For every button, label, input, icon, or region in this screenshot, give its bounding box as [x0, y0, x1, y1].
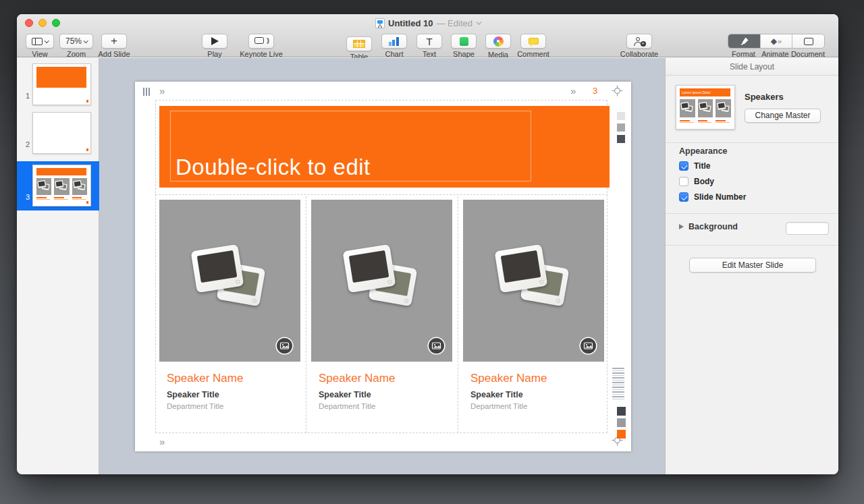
edit-master-slide-button[interactable]: Edit Master Slide: [689, 258, 816, 273]
title-banner[interactable]: Double-click to edit: [159, 106, 610, 188]
photo-slides-icon: [346, 248, 418, 314]
background-disclosure-row[interactable]: Background: [679, 222, 738, 231]
shape-button[interactable]: Shape: [444, 34, 483, 58]
disclosure-triangle-icon[interactable]: [679, 224, 684, 229]
thumb3-title-banner: [36, 168, 86, 175]
body-checkbox-row[interactable]: Body: [679, 177, 714, 186]
title-checkbox[interactable]: [679, 161, 688, 171]
drag-handle-icon[interactable]: [143, 88, 151, 96]
media-placeholder-1[interactable]: [159, 200, 300, 362]
media-placeholder-2[interactable]: [311, 200, 452, 362]
window-header: Untitled 10 — Edited View 75% Zoom + Add…: [17, 14, 838, 57]
speaker-name[interactable]: Speaker Name: [167, 372, 302, 385]
master-thumb-placeholder: [716, 99, 730, 117]
master-thumbnail[interactable]: Lorem Ipsum Dolor: [676, 85, 735, 130]
thumb1-slide-number-mark: [86, 100, 88, 103]
thumb3-placeholder-2: [54, 178, 69, 195]
text-element-mark: [612, 377, 624, 381]
title-checkbox-row[interactable]: Title: [679, 161, 710, 171]
speaker-text-block-1[interactable]: Speaker Name Speaker Title Department Ti…: [167, 372, 302, 410]
keynote-live-button[interactable]: )) Keynote Live: [234, 34, 288, 58]
play-label: Play: [191, 50, 238, 58]
document-rect-icon: [804, 38, 813, 45]
change-master-button[interactable]: Change Master: [745, 109, 821, 123]
view-label: View: [24, 50, 56, 58]
department-title[interactable]: Department Title: [470, 402, 605, 410]
tab-animate[interactable]: ◆»: [761, 34, 793, 48]
element-swatch-gray: [617, 123, 625, 132]
view-control[interactable]: View: [24, 34, 56, 58]
footer-collapse-icon[interactable]: »: [159, 437, 165, 447]
background-color-well[interactable]: [786, 222, 829, 235]
header-collapse-icon-right[interactable]: »: [570, 86, 576, 96]
speaker-title[interactable]: Speaker Title: [470, 390, 605, 399]
play-button[interactable]: Play: [191, 34, 238, 58]
plus-icon: +: [111, 35, 117, 47]
element-swatch-gray: [617, 418, 626, 427]
table-icon: [353, 40, 365, 48]
master-name: Speakers: [745, 92, 784, 102]
media-placeholder-3[interactable]: [463, 200, 604, 362]
header-collapse-icon[interactable]: »: [159, 86, 165, 96]
element-swatch-orange: [617, 430, 626, 439]
slide-number-checkbox[interactable]: [679, 192, 688, 202]
element-swatch-dark: [617, 135, 625, 143]
zoom-control[interactable]: 75% Zoom: [59, 34, 94, 58]
animate-diamond-icon: ◆: [771, 37, 777, 45]
speaker-text-block-2[interactable]: Speaker Name Speaker Title Department Ti…: [319, 372, 454, 410]
comment-button[interactable]: Comment: [512, 34, 555, 58]
table-button[interactable]: Table: [340, 34, 379, 61]
format-label: Format: [728, 50, 759, 58]
keynote-doc-icon: [375, 18, 385, 28]
insert-photo-badge-icon[interactable]: [579, 337, 597, 355]
master-thumb-text-mark: [680, 120, 690, 121]
inspector-tab-labels: Format Animate Document: [728, 50, 825, 58]
tab-document[interactable]: [792, 34, 824, 48]
speaker-title[interactable]: Speaker Title: [167, 390, 302, 399]
text-button[interactable]: T Text: [410, 34, 449, 58]
speaker-text-block-3[interactable]: Speaker Name Speaker Title Department Ti…: [470, 372, 605, 410]
master-thumb-banner: Lorem Ipsum Dolor: [680, 88, 730, 96]
master-thumb-text-mark: [716, 120, 726, 121]
slide-canvas[interactable]: » » 3 Double-click to edit: [99, 58, 665, 474]
format-brush-icon: [739, 36, 749, 47]
collaborate-button[interactable]: + Collaborate: [611, 34, 668, 58]
slide-thumbnail-2[interactable]: [32, 112, 91, 154]
view-icon: [32, 38, 43, 45]
document-title: Untitled 10: [388, 18, 433, 28]
department-title[interactable]: Department Title: [167, 402, 302, 410]
text-element-mark: [612, 368, 624, 371]
thumb3-placeholder-1: [36, 178, 51, 195]
title-chevron-icon[interactable]: [476, 19, 481, 24]
tab-format[interactable]: [728, 34, 761, 48]
chart-button[interactable]: Chart: [375, 34, 414, 58]
play-icon: [211, 37, 219, 45]
speaker-name[interactable]: Speaker Name: [319, 372, 454, 385]
body-checkbox-label: Body: [694, 177, 714, 186]
slide-thumbnail-3[interactable]: [32, 165, 91, 206]
insert-photo-badge-icon[interactable]: [275, 337, 294, 355]
department-title[interactable]: Department Title: [319, 402, 454, 410]
add-slide-button[interactable]: + Add Slide: [95, 34, 133, 58]
speaker-title[interactable]: Speaker Title: [319, 390, 454, 399]
titlebar[interactable]: Untitled 10 — Edited: [17, 14, 838, 32]
comment-icon: [529, 38, 539, 45]
comment-label: Comment: [512, 50, 555, 58]
slide-number-checkbox-label: Slide Number: [694, 192, 746, 202]
background-label: Background: [688, 222, 738, 231]
slide-page[interactable]: » » 3 Double-click to edit: [135, 82, 631, 451]
column-divider: [458, 196, 458, 433]
master-thumb-text-mark: [698, 120, 708, 121]
title-placeholder-text[interactable]: Double-click to edit: [176, 155, 371, 180]
body-checkbox[interactable]: [679, 177, 688, 186]
speaker-name[interactable]: Speaker Name: [470, 372, 605, 385]
chart-icon: [389, 37, 400, 46]
thumb3-text-mark: [54, 197, 63, 198]
add-slide-label: Add Slide: [95, 50, 133, 58]
slide-thumbnail-1[interactable]: [32, 63, 91, 105]
slide-number-field[interactable]: 3: [593, 86, 597, 96]
alignment-target-icon[interactable]: [611, 84, 624, 97]
insert-photo-badge-icon[interactable]: [427, 337, 446, 355]
slide-number-checkbox-row[interactable]: Slide Number: [679, 192, 746, 202]
selected-slide-row[interactable]: 3: [17, 161, 99, 211]
